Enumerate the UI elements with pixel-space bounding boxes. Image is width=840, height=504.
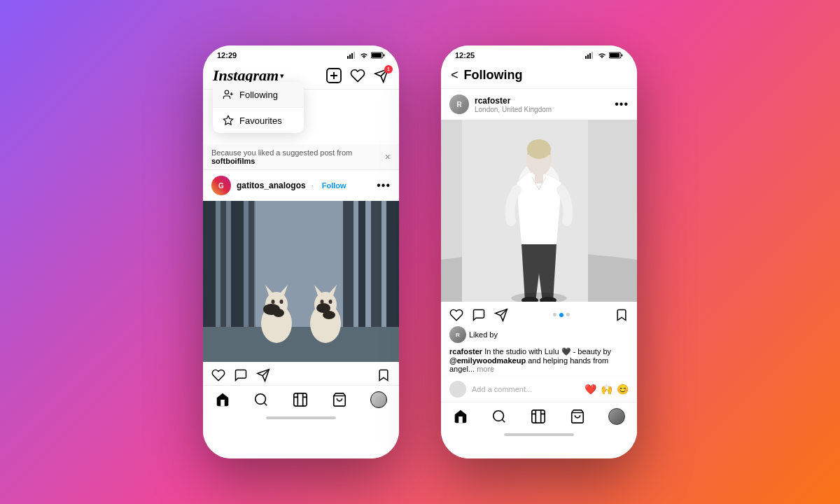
dropdown-following-label: Following [239,90,278,100]
svg-rect-6 [372,53,382,57]
reaction-smile[interactable]: 😊 [617,384,629,395]
svg-rect-67 [532,410,545,423]
svg-marker-13 [223,115,232,125]
svg-point-30 [280,300,284,304]
svg-rect-1 [349,55,351,59]
suggested-post-banner: Because you liked a suggested post from … [203,144,399,170]
post-more-button[interactable]: ••• [377,179,391,192]
post-actions-bar [203,362,399,385]
save-icon-right[interactable] [615,307,629,322]
profile-header: R rcafoster London, United Kingdom ••• [441,89,637,120]
nav-reels-icon[interactable] [293,392,308,407]
share-icon-right[interactable] [494,307,508,322]
svg-point-29 [272,300,275,304]
svg-rect-50 [587,55,589,59]
comment-placeholder[interactable]: Add a comment... [472,385,579,393]
svg-rect-5 [384,55,385,57]
nav-home-icon-right[interactable] [453,409,468,424]
back-button[interactable]: < [451,68,458,83]
home-indicator-left [266,416,336,419]
liked-by-label: Liked by [469,330,498,339]
close-banner-button[interactable]: × [385,151,391,162]
profile-user-info: R rcafoster London, United Kingdom [449,94,552,114]
svg-line-66 [503,420,505,423]
share-icon[interactable] [256,368,270,382]
profile-avatar[interactable]: R [449,94,469,114]
person-add-icon [223,89,234,100]
status-icons-left [347,52,385,59]
home-indicator-right [504,433,574,436]
post-actions-bar-right [441,302,637,325]
svg-point-65 [493,411,504,421]
nav-shop-icon[interactable] [332,392,347,407]
wifi-icon-right [598,52,606,59]
comment-icon[interactable] [234,368,248,382]
like-icon-right[interactable] [449,307,463,322]
signal-icon-right [585,52,595,59]
caption-mention[interactable]: @emilywoodmakeup [449,356,526,365]
post-username[interactable]: gatitos_analogos [237,181,306,190]
liked-avatar: R [449,326,466,343]
nav-profile-icon-right[interactable] [608,408,625,425]
svg-point-10 [225,90,228,94]
profile-location: London, United Kingdom [475,106,552,113]
profile-username[interactable]: rcafoster [475,96,552,106]
reaction-hands[interactable]: 🙌 [601,384,612,395]
nav-search-icon-right[interactable] [491,409,507,424]
reaction-heart[interactable]: ❤️ [584,384,596,395]
save-icon[interactable] [377,368,391,382]
nav-shop-icon-right[interactable] [570,409,585,424]
svg-rect-55 [610,53,620,57]
post-avatar[interactable]: G [211,176,231,195]
dot-2 [559,313,564,317]
like-icon[interactable] [211,368,225,382]
svg-rect-2 [351,53,353,59]
post-caption: rcafoster In the studio with Lulu 🖤 - be… [441,344,637,376]
heart-icon[interactable] [350,68,365,83]
follow-button[interactable]: Follow [322,181,346,190]
svg-rect-52 [592,52,593,59]
nav-search-icon[interactable] [253,392,269,407]
bottom-navigation-left [203,385,399,416]
feed-filter-dropdown: Following Favourites [213,82,304,133]
post-header: G gatitos_analogos · Follow ••• [203,170,399,201]
nav-home-icon[interactable] [215,392,230,407]
logo-dropdown-arrow: ▾ [280,71,284,80]
battery-icon-right [609,52,623,59]
time-right: 12:25 [455,51,475,59]
svg-point-32 [273,309,284,317]
profile-text: rcafoster London, United Kingdom [475,96,552,113]
cat-post-image [203,201,399,362]
battery-icon-left [371,52,385,59]
svg-rect-0 [347,56,349,59]
phone-right: 12:25 < Following [441,46,637,458]
page-title: Following [464,68,523,83]
caption-text: In the studio with Lulu 🖤 - beauty by [484,347,611,356]
svg-rect-24 [203,327,399,362]
following-header: < Following [441,62,637,89]
header-icons: 1 [326,68,389,83]
add-post-icon[interactable] [326,68,342,83]
wifi-icon-left [360,52,368,59]
svg-rect-54 [622,55,623,57]
comment-icon-right[interactable] [472,307,486,322]
dropdown-item-following[interactable]: Following [213,82,304,108]
comment-reactions: ❤️ 🙌 😊 [584,384,629,395]
messenger-icon[interactable]: 1 [374,68,389,83]
liked-by-section: R Liked by [441,325,637,344]
svg-line-42 [265,403,267,406]
caption-username[interactable]: rcafoster [449,347,482,356]
nav-profile-icon[interactable] [370,391,387,408]
svg-point-41 [255,394,266,405]
svg-point-40 [323,311,335,319]
profile-more-button[interactable]: ••• [615,98,629,111]
carousel-dots [553,313,570,317]
post-actions-left-right [449,307,508,322]
dropdown-item-favourites[interactable]: Favourites [213,108,304,133]
status-bar-left: 12:29 [203,46,399,62]
profile-post-image [441,120,637,302]
svg-rect-51 [589,53,591,59]
suggested-text: Because you liked a suggested post from … [211,148,385,165]
nav-reels-icon-right[interactable] [531,409,546,424]
caption-more-link[interactable]: more [477,365,494,373]
